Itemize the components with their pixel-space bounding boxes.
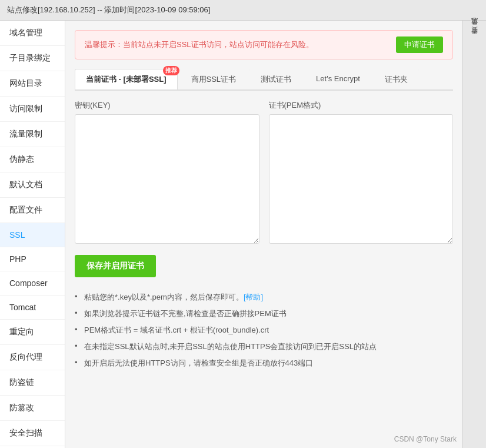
sidebar-item-access[interactable]: 访问限制 [0, 97, 65, 122]
tab-test[interactable]: 测试证书 [249, 69, 302, 89]
sidebar-item-redirect[interactable]: 重定向 [0, 320, 65, 345]
title-text: 站点修改[192.168.10.252] -- 添加时间[2023-10-09 … [7, 5, 210, 15]
warning-banner: 温馨提示：当前站点未开启SSL证书访问，站点访问可能存在风险。 申请证书 [75, 30, 453, 59]
right-sidebar: 总流量（ 查看 [462, 21, 486, 448]
sidebar-item-config[interactable]: 配置文件 [0, 198, 65, 223]
sidebar-item-subdir[interactable]: 子目录绑定 [0, 46, 65, 71]
instructions-list: 粘贴您的*.key以及*.pem内容，然后保存即可。[帮助]如果浏览器提示证书链… [75, 289, 453, 371]
sidebar-item-webdir[interactable]: 网站目录 [0, 71, 65, 97]
instruction-item-1: 如果浏览器提示证书链不完整,请检查是否正确拼接PEM证书 [75, 306, 453, 322]
cert-form-group: 证书(PEM格式) [269, 100, 454, 245]
warning-text: 温馨提示：当前站点未开启SSL证书访问，站点访问可能存在风险。 [85, 39, 314, 50]
right-sidebar-traffic: 总流量（ [470, 25, 479, 35]
window: 站点修改[192.168.10.252] -- 添加时间[2023-10-09 … [0, 0, 486, 448]
help-link[interactable]: [帮助] [244, 293, 263, 301]
sidebar-item-hotlink[interactable]: 防盗链 [0, 370, 65, 396]
tab-certfolder[interactable]: 证书夹 [374, 69, 419, 89]
sidebar-item-static[interactable]: 伪静态 [0, 147, 65, 172]
sidebar-item-proxy[interactable]: 反向代理 [0, 345, 65, 370]
key-input[interactable] [75, 114, 259, 244]
cert-label: 证书(PEM格式) [269, 100, 454, 111]
sidebar-item-defaultdoc[interactable]: 默认文档 [0, 172, 65, 198]
instruction-item-0: 粘贴您的*.key以及*.pem内容，然后保存即可。[帮助] [75, 289, 453, 306]
key-label: 密钥(KEY) [75, 100, 259, 111]
sidebar-item-tomcat[interactable]: Tomcat [0, 296, 65, 320]
save-cert-button[interactable]: 保存并启用证书 [75, 255, 156, 277]
sidebar-item-composer[interactable]: Composer [0, 271, 65, 296]
title-bar: 站点修改[192.168.10.252] -- 添加时间[2023-10-09 … [0, 0, 486, 21]
instruction-item-3: 在未指定SSL默认站点时,未开启SSL的站点使用HTTPS会直接访问到已开启SS… [75, 339, 453, 355]
cert-form-row: 密钥(KEY) 证书(PEM格式) [75, 100, 453, 245]
sidebar-item-tamper[interactable]: 防篡改 [0, 396, 65, 421]
tab-current[interactable]: 当前证书 - [未部署SSL]推荐 [75, 69, 178, 89]
sidebar: 域名管理子目录绑定网站目录访问限制流量限制伪静态默认文档配置文件SSLPHPCo… [0, 21, 65, 448]
instruction-item-2: PEM格式证书 = 域名证书.crt + 根证书(root_bundle).cr… [75, 322, 453, 339]
sidebar-item-traffic[interactable]: 流量限制 [0, 122, 65, 147]
key-form-group: 密钥(KEY) [75, 100, 259, 245]
sidebar-item-php[interactable]: PHP [0, 247, 65, 271]
tab-letsencrypt[interactable]: Let's Encrypt [305, 69, 371, 89]
content-area: 温馨提示：当前站点未开启SSL证书访问，站点访问可能存在风险。 申请证书 当前证… [65, 21, 462, 448]
tabs-container: 当前证书 - [未部署SSL]推荐商用SSL证书测试证书Let's Encryp… [75, 69, 453, 91]
sidebar-item-domain[interactable]: 域名管理 [0, 21, 65, 46]
tab-commercial[interactable]: 商用SSL证书 [180, 69, 248, 89]
instruction-item-4: 如开启后无法使用HTTPS访问，请检查安全组是否正确放行443端口 [75, 355, 453, 371]
sidebar-item-ssl[interactable]: SSL [0, 223, 65, 247]
cert-input[interactable] [269, 114, 454, 244]
sidebar-item-scan[interactable]: 安全扫描 [0, 421, 65, 446]
right-sidebar-view[interactable]: 查看 [470, 35, 479, 44]
watermark: CSDN @Tony Stark [394, 435, 457, 443]
apply-cert-button[interactable]: 申请证书 [396, 36, 443, 53]
main-layout: 域名管理子目录绑定网站目录访问限制流量限制伪静态默认文档配置文件SSLPHPCo… [0, 21, 486, 448]
